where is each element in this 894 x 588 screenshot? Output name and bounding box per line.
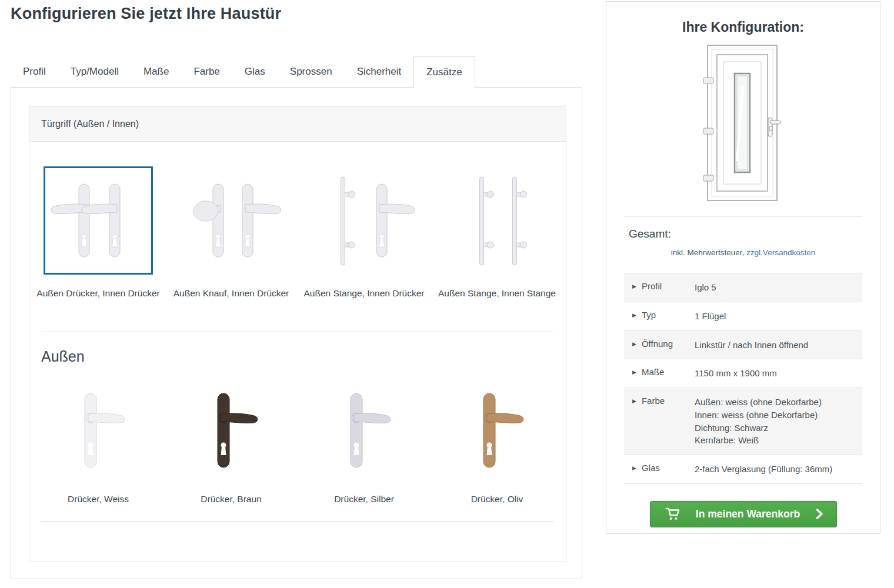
- config-row-value: Iglo 5: [695, 281, 856, 294]
- lever-lever-handle-icon: [46, 173, 150, 268]
- tab-typ-modell[interactable]: Typ/Modell: [58, 56, 131, 87]
- color-option-oliv: Drücker, Oliv: [431, 391, 563, 506]
- color-option-silber-tile[interactable]: [320, 391, 408, 470]
- tab-sprossen[interactable]: Sprossen: [278, 56, 345, 87]
- color-option-braun-tile[interactable]: [187, 391, 275, 470]
- knob-lever-handle-icon: [179, 173, 283, 268]
- page-title: Konfigurieren Sie jetzt Ihre Haustür: [11, 5, 281, 23]
- summary-divider: [624, 216, 862, 217]
- total-label: Gesamt:: [629, 228, 880, 240]
- row-arrow-icon: ▶: [632, 283, 636, 289]
- tab-profil[interactable]: Profil: [11, 56, 58, 87]
- configurator-tabs: Profil Typ/Modell Maße Farbe Glas Spross…: [11, 56, 475, 88]
- handle-option-label: Außen Drücker, Innen Drücker: [36, 288, 159, 300]
- door-configurator-page: Konfigurieren Sie jetzt Ihre Haustür Pro…: [0, 0, 894, 588]
- chevron-right-icon: [816, 509, 823, 519]
- config-row-oeffnung[interactable]: ▶ Öffnung Linkstür / nach Innen öffnend: [624, 331, 862, 360]
- config-row-label-wrap: ▶ Farbe: [632, 396, 695, 447]
- color-option-label: Drücker, Weiss: [68, 493, 129, 506]
- config-row-label: Profil: [642, 281, 662, 291]
- farbe-line-aussen: Außen: weiss (ohne Dekorfarbe): [695, 396, 856, 409]
- color-option-weiss: Drücker, Weiss: [32, 391, 165, 506]
- handle-option-stange-druecker: Außen Stange, Innen Drücker: [298, 166, 431, 300]
- tax-note-text: inkl. Mehrwertsteuer,: [671, 248, 745, 257]
- color-option-weiss-tile[interactable]: [54, 391, 142, 470]
- config-row-label: Maße: [642, 367, 664, 377]
- section-divider: [41, 521, 554, 522]
- color-option-oliv-tile[interactable]: [453, 391, 541, 470]
- tab-farbe[interactable]: Farbe: [181, 56, 232, 87]
- config-row-farbe[interactable]: ▶ Farbe Außen: weiss (ohne Dekorfarbe) I…: [624, 388, 862, 455]
- config-row-value: 1150 mm x 1900 mm: [695, 367, 856, 380]
- handle-options-group: Türgriff (Außen / Innen): [29, 106, 566, 562]
- config-row-label: Glas: [642, 463, 660, 473]
- handle-option-druecker-druecker-tile[interactable]: [44, 166, 153, 275]
- color-option-label: Drücker, Silber: [334, 493, 394, 506]
- summary-title: Ihre Konfiguration:: [606, 19, 880, 35]
- color-option-label: Drücker, Braun: [201, 493, 261, 506]
- config-row-value: 1 Flügel: [695, 310, 856, 323]
- outer-color-heading: Außen: [41, 348, 566, 365]
- config-row-label-wrap: ▶ Typ: [632, 310, 695, 323]
- outer-color-options: Drücker, Weiss: [29, 365, 566, 506]
- tab-masse[interactable]: Maße: [131, 56, 181, 87]
- handle-group-header: Türgriff (Außen / Innen): [29, 107, 566, 142]
- add-to-cart-button[interactable]: In meinen Warenkorb: [650, 501, 837, 527]
- handle-option-label: Außen Stange, Innen Drücker: [303, 288, 424, 300]
- config-row-label: Typ: [642, 310, 656, 320]
- farbe-line-innen: Innen: weiss (ohne Dekorfarbe): [695, 409, 856, 422]
- config-row-value: Außen: weiss (ohne Dekorfarbe) Innen: we…: [695, 396, 856, 447]
- handle-option-knauf-druecker: Außen Knauf, Innen Drücker: [165, 166, 298, 300]
- handle-option-stange-stange: Außen Stange, Innen Stange: [431, 166, 563, 300]
- config-row-typ[interactable]: ▶ Typ 1 Flügel: [624, 302, 862, 331]
- shipping-costs-link[interactable]: zzgl.Versandkosten: [746, 248, 815, 257]
- lever-handle-white-icon: [54, 391, 142, 470]
- tax-note: inkl. Mehrwertsteuer, zzgl.Versandkosten: [606, 248, 880, 257]
- config-row-label: Öffnung: [642, 339, 673, 349]
- handle-option-stange-stange-tile[interactable]: [442, 166, 552, 275]
- section-divider: [41, 332, 554, 332]
- farbe-line-dichtung: Dichtung: Schwarz: [695, 422, 856, 435]
- door-preview-image: [699, 44, 788, 203]
- zusaetze-tab-panel: Türgriff (Außen / Innen): [11, 87, 582, 579]
- config-row-value: Linkstür / nach Innen öffnend: [695, 339, 856, 352]
- add-to-cart-label: In meinen Warenkorb: [680, 508, 816, 520]
- lever-handle-brown-icon: [187, 391, 275, 470]
- configuration-summary-panel: Ihre Konfiguration:: [606, 1, 880, 534]
- config-row-label-wrap: ▶ Glas: [632, 463, 695, 476]
- config-row-label-wrap: ▶ Öffnung: [632, 339, 695, 352]
- handle-option-druecker-druecker: Außen Drücker, Innen Drücker: [32, 166, 165, 300]
- handle-option-stange-druecker-tile[interactable]: [309, 166, 419, 275]
- handle-option-knauf-druecker-tile[interactable]: [176, 166, 286, 275]
- color-option-label: Drücker, Oliv: [471, 493, 523, 506]
- color-option-braun: Drücker, Braun: [165, 391, 298, 506]
- config-row-glas[interactable]: ▶ Glas 2-fach Verglasung (Füllung: 36mm): [624, 455, 862, 484]
- row-arrow-icon: ▶: [632, 398, 636, 404]
- config-row-profil[interactable]: ▶ Profil Iglo 5: [624, 273, 862, 302]
- config-row-label-wrap: ▶ Profil: [632, 281, 695, 294]
- config-row-masse[interactable]: ▶ Maße 1150 mm x 1900 mm: [624, 359, 862, 388]
- shopping-cart-icon: [665, 507, 680, 521]
- handle-type-options: Außen Drücker, Innen Drücker: [29, 142, 566, 300]
- lever-handle-olive-icon: [453, 391, 541, 470]
- config-row-label: Farbe: [642, 396, 665, 406]
- door-preview: [606, 44, 880, 203]
- lever-handle-silver-icon: [320, 391, 408, 470]
- handle-option-label: Außen Knauf, Innen Drücker: [174, 288, 289, 300]
- tab-zusaetze[interactable]: Zusätze: [413, 56, 475, 88]
- bar-bar-handle-icon: [445, 173, 549, 268]
- row-arrow-icon: ▶: [632, 312, 636, 318]
- color-option-silber: Drücker, Silber: [298, 391, 431, 506]
- config-row-value: 2-fach Verglasung (Füllung: 36mm): [695, 463, 856, 476]
- tab-sicherheit[interactable]: Sicherheit: [345, 56, 414, 87]
- bar-lever-handle-icon: [312, 173, 416, 268]
- tab-glas[interactable]: Glas: [232, 56, 278, 87]
- configuration-table: ▶ Profil Iglo 5 ▶ Typ 1 Flügel ▶ Öffnung…: [624, 273, 862, 484]
- row-arrow-icon: ▶: [632, 341, 636, 347]
- config-row-label-wrap: ▶ Maße: [632, 367, 695, 380]
- row-arrow-icon: ▶: [632, 369, 636, 375]
- row-arrow-icon: ▶: [632, 465, 636, 471]
- farbe-line-kernfarbe: Kernfarbe: Weiß: [695, 434, 856, 447]
- handle-option-label: Außen Stange, Innen Stange: [438, 288, 556, 300]
